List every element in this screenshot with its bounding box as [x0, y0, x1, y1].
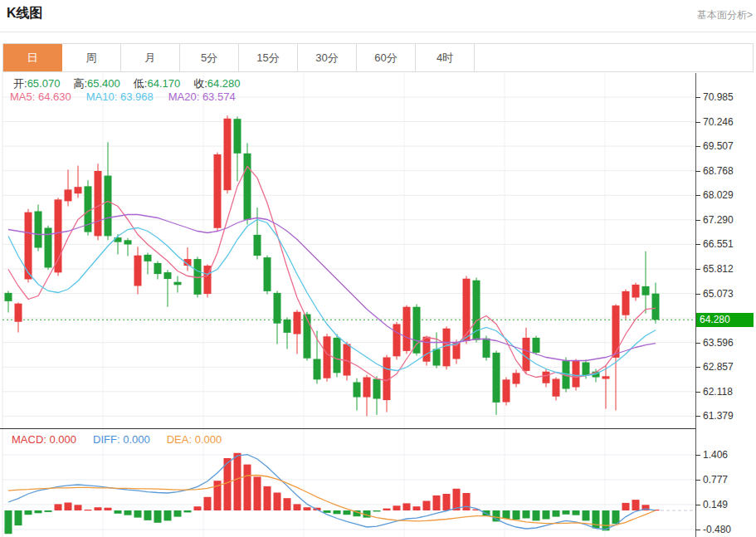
tabbar-filler — [475, 44, 753, 71]
ohlc-legend-low-label: 低: — [134, 77, 148, 90]
ohlc-legend: 开:65.070高:65.400低:64.170收:64.280 — [13, 76, 254, 91]
ma-legend-ma5-value: 64.630 — [38, 90, 71, 103]
period-tabbar: 日周月5分15分30分60分4时 — [2, 43, 754, 72]
kline-page: K线图 基本面分析> 日周月5分15分30分60分4时 70.98570.246… — [0, 0, 756, 537]
ohlc-legend-open-label: 开: — [13, 77, 27, 90]
macd-legend-diff: DIFF: 0.000 — [93, 433, 150, 446]
y-axis-tick — [695, 269, 700, 270]
y-axis-line — [695, 73, 696, 537]
y-axis-tick — [695, 146, 700, 147]
y-axis-label: 65.073 — [703, 288, 734, 300]
ohlc-legend-high-label: 高: — [73, 77, 87, 90]
tab-4hour[interactable]: 4时 — [416, 44, 475, 71]
y-axis-label: 69.507 — [703, 140, 734, 152]
y-axis-label: 0.149 — [703, 499, 728, 510]
y-axis-tick — [695, 220, 700, 221]
y-axis-tick — [695, 505, 700, 505]
y-axis-label: 62.857 — [703, 361, 734, 373]
ma-legend-ma10-label: MA10: — [86, 90, 120, 103]
tab-15min[interactable]: 15分 — [239, 44, 298, 71]
y-axis-tick — [695, 480, 700, 481]
ma-legend-ma20-value: 63.574 — [202, 90, 236, 103]
ohlc-legend-close-value: 64.280 — [207, 77, 241, 90]
macd-legend-diff-label: DIFF: — [93, 433, 123, 446]
ohlc-legend-low: 低:64.170 — [134, 77, 180, 90]
y-axis-tick — [695, 367, 700, 368]
macd-legend-dea: DEA: 0.000 — [167, 433, 222, 446]
y-axis-tick — [695, 416, 700, 417]
y-axis-label: 68.768 — [703, 165, 734, 177]
macd-legend-dea-label: DEA: — [167, 433, 195, 446]
y-axis-label: 66.551 — [703, 238, 734, 250]
macd-legend-dea-value: 0.000 — [195, 433, 222, 446]
y-axis-tick — [695, 195, 700, 196]
ohlc-legend-high: 高:65.400 — [73, 77, 119, 90]
y-axis-tick — [695, 392, 700, 393]
y-axis-label: 70.246 — [703, 116, 734, 128]
y-axis-tick — [695, 294, 700, 295]
ohlc-legend-open-value: 65.070 — [27, 77, 61, 90]
y-axis-tick — [695, 244, 700, 245]
y-axis-label: 1.406 — [703, 449, 728, 461]
tab-week[interactable]: 周 — [62, 44, 121, 71]
tab-60min[interactable]: 60分 — [357, 44, 416, 71]
y-axis-label: 62.118 — [703, 386, 733, 398]
ma-legend: MA5: 64.630MA10: 63.968MA20: 63.574 — [10, 90, 251, 103]
y-axis-tick — [695, 530, 700, 530]
macd-legend-diff-value: 0.000 — [123, 433, 150, 446]
page-title: K线图 — [7, 5, 43, 22]
y-axis-tick — [695, 455, 700, 456]
y-axis-label: -0.480 — [703, 524, 731, 535]
chart-region — [0, 73, 756, 537]
y-axis-tick — [695, 122, 700, 123]
tab-month[interactable]: 月 — [121, 44, 180, 71]
macd-legend-macd: MACD: 0.000 — [12, 433, 76, 446]
ohlc-legend-close: 收:64.280 — [193, 77, 240, 90]
tab-day[interactable]: 日 — [3, 44, 62, 71]
main-candlestick-chart[interactable] — [0, 73, 696, 428]
ohlc-legend-close-label: 收: — [193, 77, 207, 90]
y-axis-label: 61.379 — [703, 410, 734, 422]
y-axis-label: 0.777 — [703, 474, 728, 486]
header-divider — [0, 32, 756, 32]
macd-legend: MACD: 0.000DIFF: 0.000DEA: 0.000 — [12, 433, 238, 446]
ma-legend-ma5-label: MA5: — [10, 90, 38, 103]
y-axis-label: 70.985 — [703, 91, 734, 103]
y-axis-tick — [695, 171, 700, 172]
y-axis-label: 63.596 — [703, 337, 734, 349]
y-axis-label: 68.029 — [703, 189, 734, 201]
macd-legend-macd-label: MACD: — [12, 433, 50, 446]
tab-30min[interactable]: 30分 — [298, 44, 357, 71]
macd-legend-macd-value: 0.000 — [50, 433, 77, 446]
ma-legend-ma10: MA10: 63.968 — [86, 90, 154, 103]
ma-legend-ma10-value: 63.968 — [120, 90, 154, 103]
ma-legend-ma20: MA20: 63.574 — [168, 90, 236, 103]
ohlc-legend-low-value: 64.170 — [147, 77, 180, 90]
y-axis-label: 67.290 — [703, 214, 734, 226]
pane-separator — [0, 428, 696, 429]
ma-legend-ma5: MA5: 64.630 — [10, 90, 71, 103]
ma-legend-ma20-label: MA20: — [168, 90, 202, 103]
tab-5min[interactable]: 5分 — [180, 44, 239, 71]
y-axis-tick — [695, 97, 700, 98]
ohlc-legend-high-value: 65.400 — [87, 77, 120, 90]
ohlc-legend-open: 开:65.070 — [13, 77, 60, 90]
current-price-badge: 64.280 — [696, 313, 754, 327]
y-axis-tick — [695, 343, 700, 344]
fundamental-analysis-link[interactable]: 基本面分析> — [697, 8, 753, 22]
y-axis-label: 65.812 — [703, 263, 734, 275]
